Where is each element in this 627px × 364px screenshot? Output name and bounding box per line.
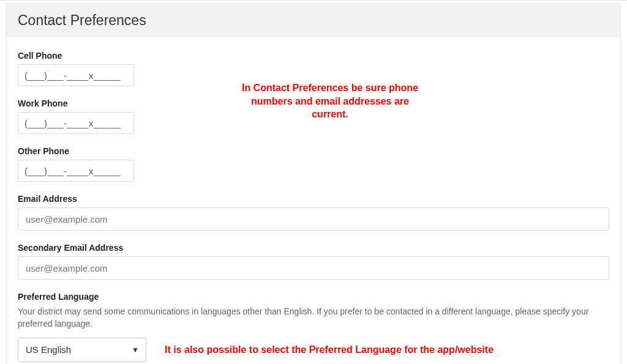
email-field-block: Email Address <box>18 194 609 231</box>
annotation-phone-email: In Contact Preferences be sure phone num… <box>232 81 428 121</box>
phone-fields-group: Cell Phone Work Phone Other Phone In Con… <box>18 51 609 182</box>
cell-phone-label: Cell Phone <box>18 51 609 61</box>
secondary-email-label: Secondary Email Address <box>18 243 609 253</box>
language-select-row: US English ▼ It is also possible to sele… <box>18 338 609 362</box>
other-phone-field-block: Other Phone <box>18 146 609 182</box>
preferred-language-select[interactable]: US English <box>18 338 146 362</box>
section-header: Contact Preferences <box>6 3 621 37</box>
cell-phone-input[interactable] <box>18 64 134 86</box>
other-phone-input[interactable] <box>18 160 134 182</box>
preferences-form: Cell Phone Work Phone Other Phone In Con… <box>6 37 621 364</box>
annotation-language: It is also possible to select the Prefer… <box>165 344 494 355</box>
email-label: Email Address <box>18 194 609 204</box>
preferred-language-label: Preferred Language <box>18 292 609 302</box>
page-title: Contact Preferences <box>18 12 609 29</box>
preferred-language-help: Your district may send some communicatio… <box>18 305 609 330</box>
other-phone-label: Other Phone <box>18 146 609 156</box>
work-phone-input[interactable] <box>18 112 134 134</box>
language-select-wrap: US English ▼ <box>18 338 146 362</box>
secondary-email-input[interactable] <box>18 256 609 280</box>
email-input[interactable] <box>18 207 609 231</box>
secondary-email-field-block: Secondary Email Address <box>18 243 609 280</box>
preferred-language-field-block: Preferred Language Your district may sen… <box>18 292 609 362</box>
